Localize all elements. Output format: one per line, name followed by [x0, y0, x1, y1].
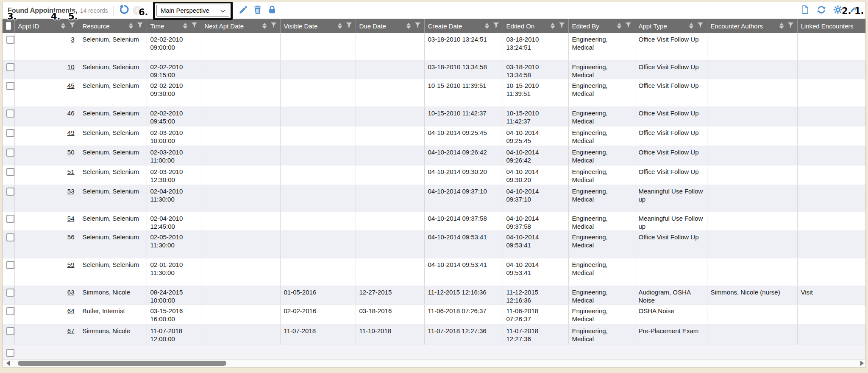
appt-id-link[interactable]: 56	[67, 233, 75, 241]
cell-checkbox	[3, 60, 14, 79]
cell-time: 02-03-2010 12:30:00	[147, 165, 201, 185]
sort-icon[interactable]	[551, 23, 555, 29]
column-header-resource: Resource	[79, 19, 147, 33]
cell-checkbox	[3, 212, 14, 230]
cell-encounter_authors	[707, 60, 797, 79]
filter-icon[interactable]	[415, 22, 421, 30]
row-checkbox[interactable]	[6, 168, 14, 176]
row-checkbox[interactable]	[6, 129, 14, 137]
appt-id-link[interactable]: 3	[71, 36, 74, 43]
sort-down-arrow-icon	[129, 26, 133, 29]
column-header-due_date: Due Date	[356, 19, 424, 33]
filter-icon[interactable]	[697, 22, 704, 30]
cell-edited_on: 04-10-2014 09:37:58	[503, 212, 568, 230]
sort-icon[interactable]	[262, 23, 267, 29]
filter-icon[interactable]	[270, 22, 277, 30]
column-header-label: Edited By	[572, 22, 599, 30]
row-checkbox[interactable]	[6, 63, 14, 71]
horizontal-scrollbar[interactable]	[3, 359, 865, 367]
row-checkbox[interactable]	[6, 188, 14, 196]
row-checkbox[interactable]	[6, 307, 14, 315]
sort-icon[interactable]	[338, 23, 342, 29]
cell-appt_type: Office Visit Follow Up	[635, 79, 707, 107]
cell-resource: Selenium, Selenium	[79, 107, 147, 126]
sort-down-arrow-icon	[551, 26, 555, 29]
cell-time: 02-03-2010 10:00:00	[147, 126, 201, 146]
table-row: 46Selenium, Selenium02-02-2010 09:45:001…	[3, 107, 865, 126]
row-checkbox[interactable]	[6, 349, 14, 357]
pencil-icon	[239, 5, 248, 16]
appt-id-link[interactable]: 10	[67, 63, 75, 70]
sort-icon[interactable]	[485, 23, 489, 29]
edit-perspective-button[interactable]	[239, 5, 248, 16]
lock-perspective-button[interactable]	[267, 5, 277, 16]
cell-visible_date: 01-05-2016	[280, 286, 356, 304]
sort-icon[interactable]	[779, 23, 784, 29]
cell-encounter_authors	[707, 126, 797, 146]
cell-next_apt_date	[201, 230, 280, 258]
filter-icon[interactable]	[787, 22, 794, 30]
row-checkbox[interactable]	[6, 149, 14, 157]
scroll-right-arrow[interactable]	[860, 361, 864, 366]
filter-icon[interactable]	[625, 22, 632, 30]
appt-id-link[interactable]: 50	[67, 149, 75, 156]
row-checkbox[interactable]	[6, 109, 14, 118]
cell-appt_type	[635, 258, 707, 286]
row-checkbox[interactable]	[6, 82, 14, 90]
row-checkbox[interactable]	[6, 327, 14, 335]
cell-time: 02-02-2010 09:15:00	[147, 60, 201, 79]
page-title: Found Appointments,	[8, 7, 78, 14]
cell-time: 02-02-2010 09:30:00	[147, 79, 201, 107]
new-document-button[interactable]	[800, 5, 810, 16]
cell-next_apt_date	[201, 146, 280, 165]
row-checkbox[interactable]	[6, 261, 14, 269]
cell-checkbox	[3, 230, 14, 258]
row-checkbox[interactable]	[6, 289, 14, 297]
appt-id-link[interactable]: 67	[67, 327, 75, 334]
column-header-time: Time	[147, 19, 201, 33]
row-checkbox[interactable]	[6, 36, 14, 44]
appt-id-link[interactable]: 46	[67, 109, 75, 117]
undo-button[interactable]	[119, 4, 129, 17]
filter-icon[interactable]	[69, 22, 75, 30]
cell-checkbox	[3, 286, 14, 304]
appt-id-link[interactable]: 49	[67, 129, 75, 136]
cell-encounter_authors	[707, 146, 797, 165]
cell-linked_encounters	[797, 324, 865, 345]
cell-edited_by: Engineering, Medical	[568, 165, 635, 185]
appt-id-link[interactable]: 64	[67, 307, 75, 314]
filter-icon[interactable]	[493, 22, 499, 30]
filter-icon[interactable]	[559, 22, 565, 30]
appt-id-link[interactable]: 59	[67, 261, 75, 268]
appt-id-link[interactable]: 45	[67, 82, 75, 89]
filter-icon[interactable]	[346, 22, 352, 30]
cell-encounter_authors	[707, 165, 797, 185]
appt-id-link[interactable]: 63	[67, 289, 75, 296]
cell-linked_encounters	[797, 212, 865, 230]
cell-visible_date	[280, 60, 356, 79]
sort-icon[interactable]	[61, 23, 65, 29]
cell-edited_on: 11-07-2018 12:27:36	[503, 324, 568, 345]
cell-linked_encounters	[797, 258, 865, 286]
perspective-select[interactable]: Main Perspective	[156, 5, 229, 17]
appt-id-link[interactable]: 53	[67, 188, 75, 195]
row-checkbox[interactable]	[6, 215, 14, 223]
appt-id-link[interactable]: 51	[67, 168, 75, 175]
row-checkbox[interactable]	[6, 233, 14, 241]
delete-perspective-button[interactable]	[253, 5, 262, 16]
filter-icon[interactable]	[191, 22, 198, 30]
cell-next_apt_date	[201, 33, 280, 60]
sort-icon[interactable]	[617, 23, 621, 29]
cell-linked_encounters: Visit	[797, 286, 865, 304]
cell-edited_by: Engineering, Medical	[568, 212, 635, 230]
sort-icon[interactable]	[406, 23, 411, 29]
scroll-left-arrow[interactable]	[6, 361, 10, 366]
sort-icon[interactable]	[129, 23, 133, 29]
select-all-checkbox[interactable]	[6, 22, 11, 30]
scrollbar-thumb[interactable]	[18, 361, 226, 366]
sort-icon[interactable]	[183, 23, 187, 29]
appt-id-link[interactable]: 54	[67, 215, 75, 222]
refresh-button[interactable]	[816, 5, 826, 17]
filter-icon[interactable]	[137, 22, 143, 30]
sort-icon[interactable]	[689, 23, 693, 29]
